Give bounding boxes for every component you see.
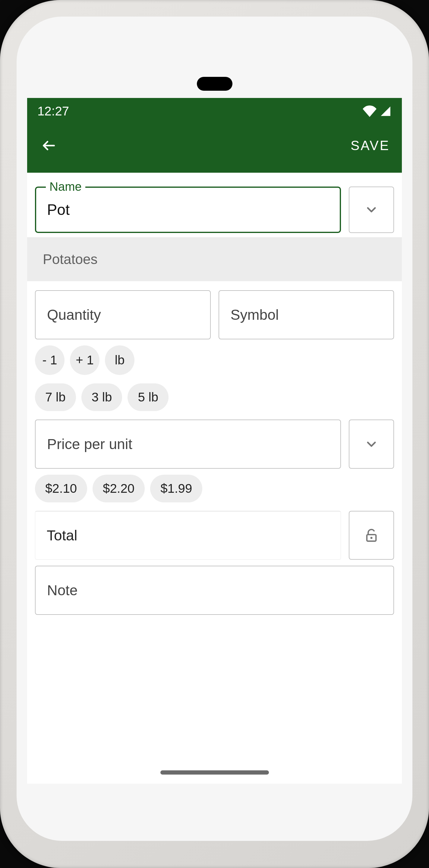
quantity-chip-row-1: - 1 + 1 lb bbox=[35, 345, 394, 375]
content: Name Pot Potatoes Quantity Symbol - 1 + … bbox=[27, 173, 402, 615]
wifi-icon bbox=[363, 105, 376, 117]
arrow-left-icon bbox=[41, 138, 57, 153]
note-input[interactable]: Note bbox=[35, 566, 394, 615]
name-label: Name bbox=[46, 180, 85, 193]
chip-price-2[interactable]: $2.20 bbox=[93, 475, 145, 502]
phone-frame: 12:27 SAVE Name Pot bbox=[0, 0, 429, 868]
quantity-input[interactable]: Quantity bbox=[35, 290, 211, 339]
chip-plus-1[interactable]: + 1 bbox=[70, 345, 99, 375]
name-dropdown-button[interactable] bbox=[349, 187, 394, 233]
phone-inner: 12:27 SAVE Name Pot bbox=[17, 17, 412, 841]
nav-handle[interactable] bbox=[160, 770, 269, 775]
name-field-wrap: Name Pot bbox=[35, 187, 341, 233]
chip-price-1[interactable]: $2.10 bbox=[35, 475, 87, 502]
symbol-input[interactable]: Symbol bbox=[219, 290, 394, 339]
price-input[interactable]: Price per unit bbox=[35, 420, 341, 469]
chip-price-3[interactable]: $1.99 bbox=[150, 475, 202, 502]
total-lock-button[interactable] bbox=[349, 511, 394, 560]
back-button[interactable] bbox=[39, 136, 59, 155]
chip-5lb[interactable]: 5 lb bbox=[127, 383, 168, 411]
app-bar: SAVE bbox=[27, 124, 402, 173]
chip-7lb[interactable]: 7 lb bbox=[35, 383, 76, 411]
status-bar: 12:27 bbox=[27, 98, 402, 124]
autocomplete-suggestion[interactable]: Potatoes bbox=[27, 237, 402, 281]
price-dropdown-button[interactable] bbox=[349, 420, 394, 469]
unlock-icon bbox=[364, 527, 379, 543]
svg-point-1 bbox=[370, 537, 373, 539]
chevron-down-icon bbox=[364, 203, 379, 217]
save-button[interactable]: SAVE bbox=[350, 138, 390, 153]
total-input[interactable]: Total bbox=[35, 511, 341, 560]
price-chip-row: $2.10 $2.20 $1.99 bbox=[35, 475, 394, 502]
sensor-pill bbox=[197, 77, 233, 91]
screen: 12:27 SAVE Name Pot bbox=[27, 98, 402, 784]
name-input[interactable]: Pot bbox=[35, 187, 341, 233]
chip-lb[interactable]: lb bbox=[105, 345, 134, 375]
chevron-down-icon bbox=[364, 437, 379, 452]
quantity-chip-row-2: 7 lb 3 lb 5 lb bbox=[35, 383, 394, 411]
chip-minus-1[interactable]: - 1 bbox=[35, 345, 64, 375]
status-icons bbox=[363, 105, 392, 117]
status-time: 12:27 bbox=[37, 104, 69, 119]
cellular-icon bbox=[379, 105, 392, 117]
chip-3lb[interactable]: 3 lb bbox=[82, 383, 122, 411]
